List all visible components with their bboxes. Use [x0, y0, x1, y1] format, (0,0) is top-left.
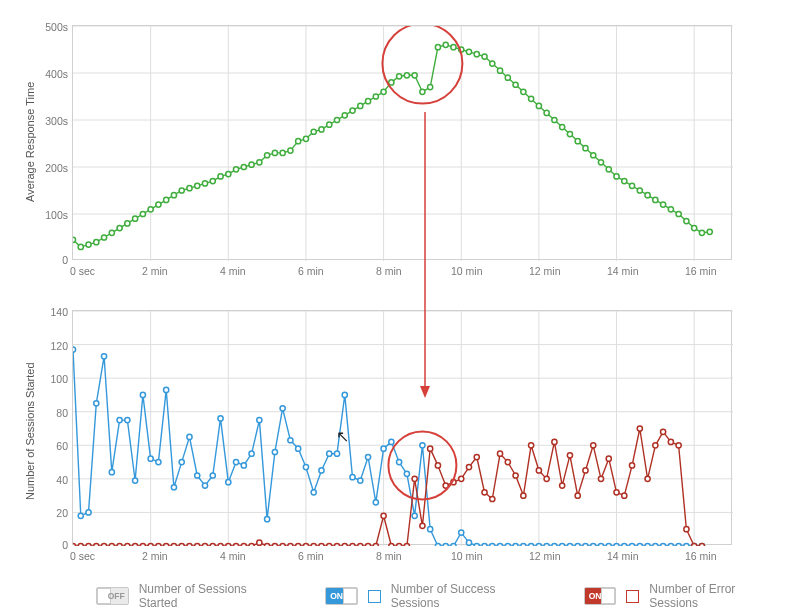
svg-point-186 [653, 543, 658, 546]
svg-point-181 [614, 543, 619, 546]
xtick: 12 min [529, 265, 561, 277]
svg-point-246 [482, 490, 487, 495]
toggle-error-sessions[interactable]: ON [584, 587, 617, 605]
svg-point-57 [412, 73, 417, 78]
svg-point-87 [645, 193, 650, 198]
svg-point-128 [202, 483, 207, 488]
svg-point-188 [668, 543, 673, 546]
legend-swatch-red [626, 590, 639, 603]
toggle-success-sessions[interactable]: ON [325, 587, 358, 605]
svg-point-60 [435, 45, 440, 50]
svg-point-61 [443, 42, 448, 47]
svg-point-233 [381, 513, 386, 518]
svg-point-68 [497, 68, 502, 73]
svg-point-250 [513, 473, 518, 478]
svg-point-86 [637, 188, 642, 193]
svg-point-121 [148, 456, 153, 461]
svg-point-215 [241, 543, 246, 546]
svg-point-147 [350, 475, 355, 480]
svg-point-260 [591, 443, 596, 448]
xtick: 2 min [142, 550, 168, 562]
svg-point-130 [218, 416, 223, 421]
svg-point-269 [661, 429, 666, 434]
svg-point-41 [288, 148, 293, 153]
svg-point-38 [265, 153, 270, 158]
svg-point-19 [117, 226, 122, 231]
svg-point-90 [668, 207, 673, 212]
svg-point-138 [280, 406, 285, 411]
svg-point-228 [342, 543, 347, 546]
svg-point-153 [397, 459, 402, 464]
svg-point-185 [645, 543, 650, 546]
svg-point-157 [428, 527, 433, 532]
svg-point-177 [583, 543, 588, 546]
svg-point-16 [94, 240, 99, 245]
svg-point-168 [513, 543, 518, 546]
svg-point-71 [521, 89, 526, 94]
svg-point-216 [249, 543, 254, 546]
svg-point-273 [692, 543, 697, 546]
svg-point-34 [233, 167, 238, 172]
xtick: 8 min [376, 265, 402, 277]
svg-point-29 [195, 183, 200, 188]
svg-point-210 [202, 543, 207, 546]
xtick: 6 min [298, 265, 324, 277]
svg-point-129 [210, 473, 215, 478]
svg-point-46 [327, 122, 332, 127]
svg-point-245 [474, 454, 479, 459]
svg-point-206 [171, 543, 176, 546]
svg-point-115 [101, 354, 106, 359]
ytick: 400s [32, 68, 68, 80]
xtick: 4 min [220, 265, 246, 277]
svg-point-237 [412, 476, 417, 481]
svg-point-149 [365, 454, 370, 459]
ytick: 300s [32, 115, 68, 127]
svg-point-261 [598, 476, 603, 481]
svg-point-196 [94, 543, 99, 546]
toggle-sessions-started[interactable]: OFF [96, 587, 129, 605]
svg-point-252 [529, 443, 534, 448]
ytick: 500s [32, 21, 68, 33]
svg-point-193 [73, 543, 76, 546]
xtick: 10 min [451, 550, 483, 562]
svg-point-64 [466, 49, 471, 54]
svg-point-131 [226, 480, 231, 485]
svg-point-118 [125, 418, 130, 423]
svg-point-244 [466, 465, 471, 470]
svg-point-44 [311, 129, 316, 134]
svg-point-52 [373, 94, 378, 99]
svg-point-183 [629, 543, 634, 546]
svg-point-190 [684, 543, 689, 546]
ytick: 40 [32, 474, 68, 486]
ytick: 100 [32, 373, 68, 385]
svg-point-27 [179, 188, 184, 193]
svg-point-122 [156, 459, 161, 464]
svg-point-208 [187, 543, 192, 546]
svg-point-236 [404, 543, 409, 546]
svg-point-156 [420, 443, 425, 448]
svg-point-15 [86, 242, 91, 247]
svg-point-167 [505, 543, 510, 546]
svg-point-148 [358, 478, 363, 483]
svg-point-160 [451, 543, 456, 546]
svg-point-112 [78, 513, 83, 518]
svg-point-180 [606, 543, 611, 546]
svg-point-81 [598, 160, 603, 165]
ytick: 20 [32, 507, 68, 519]
svg-point-75 [552, 117, 557, 122]
svg-point-234 [389, 543, 394, 546]
svg-point-162 [466, 540, 471, 545]
ytick: 140 [32, 306, 68, 318]
svg-point-17 [101, 235, 106, 240]
svg-point-203 [148, 543, 153, 546]
svg-point-124 [171, 485, 176, 490]
svg-point-198 [109, 543, 114, 546]
svg-point-212 [218, 543, 223, 546]
svg-point-172 [544, 543, 549, 546]
svg-point-220 [280, 543, 285, 546]
legend-label: Number of Sessions Started [139, 582, 288, 610]
svg-point-176 [575, 543, 580, 546]
xtick: 4 min [220, 550, 246, 562]
svg-point-142 [311, 490, 316, 495]
svg-point-197 [101, 543, 106, 546]
